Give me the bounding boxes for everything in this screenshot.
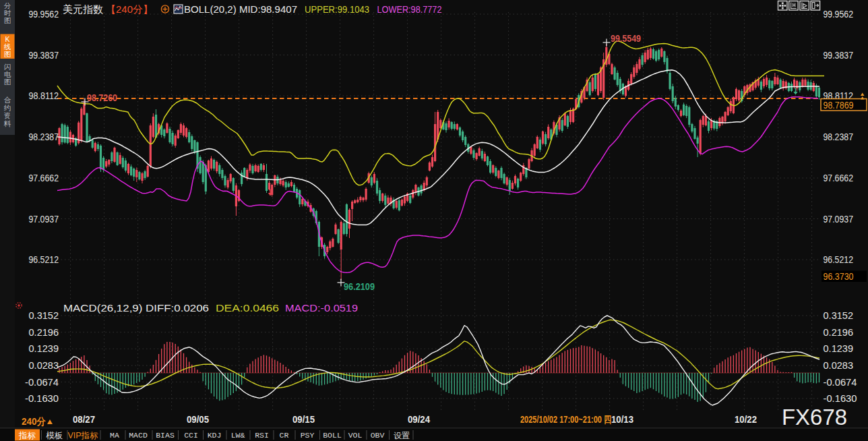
svg-text:0.1239: 0.1239 [824,343,854,354]
svg-text:99.5549: 99.5549 [611,33,641,44]
svg-text:CR: CR [280,431,289,440]
svg-text:VIP指标: VIP指标 [67,431,98,440]
svg-text:0.3152: 0.3152 [824,310,854,321]
svg-text:MACD: MACD [129,431,148,440]
svg-text:DEA:0.0466: DEA:0.0466 [216,302,279,314]
svg-text:合: 合 [4,96,11,104]
svg-text:96.3730: 96.3730 [824,270,854,282]
svg-text:资: 资 [4,111,11,119]
svg-text:10/22: 10/22 [735,414,757,425]
svg-text:99.3837: 99.3837 [29,49,59,61]
svg-text:UPPER:99.1043: UPPER:99.1043 [305,3,369,15]
svg-text:MA: MA [110,431,119,440]
svg-text:【240分】: 【240分】 [106,3,153,15]
svg-text:97.0937: 97.0937 [29,213,59,225]
svg-text:LOWER:98.7772: LOWER:98.7772 [377,3,442,15]
svg-text:0.1239: 0.1239 [29,343,59,354]
svg-text:图: 图 [4,78,11,86]
svg-text:240分: 240分 [22,416,46,427]
svg-text:图: 图 [4,50,11,58]
svg-text:09/05: 09/05 [187,414,209,425]
svg-text:08/27: 08/27 [73,414,95,425]
svg-text:FX678: FX678 [782,405,847,430]
svg-text:0.0283: 0.0283 [29,359,59,371]
svg-text:图: 图 [4,16,11,24]
svg-text:指标: 指标 [18,431,36,440]
svg-text:MACD(26,12,9) DIFF:0.0206: MACD(26,12,9) DIFF:0.0206 [63,302,209,314]
svg-text:设置: 设置 [394,431,410,440]
svg-text:KDJ: KDJ [208,431,222,440]
svg-text:99.9562: 99.9562 [29,8,59,20]
svg-text:0.0283: 0.0283 [824,359,854,371]
svg-text:料: 料 [4,119,11,127]
svg-text:96.5212: 96.5212 [29,254,59,265]
svg-text:97.6662: 97.6662 [29,172,59,183]
svg-text:98.7869: 98.7869 [824,99,854,111]
svg-text:98.2387: 98.2387 [29,131,59,142]
svg-text:09/15: 09/15 [292,414,315,425]
svg-text:MACD:-0.0519: MACD:-0.0519 [285,302,358,314]
svg-text:BIAS: BIAS [156,431,175,440]
svg-text:98.8112: 98.8112 [29,90,59,101]
svg-text:97.0937: 97.0937 [824,213,854,225]
svg-text:98.2387: 98.2387 [824,131,854,142]
svg-text:0.3152: 0.3152 [29,310,59,321]
svg-text:98.7260: 98.7260 [87,92,117,103]
svg-text:BOLL: BOLL [323,431,342,440]
svg-text:-0.1630: -0.1630 [25,392,59,404]
svg-text:LW&: LW& [231,431,245,440]
svg-text:10/13: 10/13 [611,414,633,425]
svg-text:96.2109: 96.2109 [344,281,375,292]
svg-text:PSY: PSY [301,431,315,440]
svg-text:0.2196: 0.2196 [824,326,854,338]
svg-text:美元指数: 美元指数 [63,3,103,15]
svg-text:CCI: CCI [184,431,198,440]
svg-text:-0.1630: -0.1630 [824,392,857,404]
svg-text:-0.0674: -0.0674 [25,376,59,388]
svg-text:VOL: VOL [348,431,363,440]
svg-text:-0.0674: -0.0674 [824,376,857,388]
svg-text:99.9562: 99.9562 [824,8,854,20]
svg-text:RSI: RSI [255,431,269,440]
svg-text:99.3837: 99.3837 [824,49,854,61]
svg-text:BOLL(20,2) MID:98.9407: BOLL(20,2) MID:98.9407 [184,3,297,15]
svg-text:97.6662: 97.6662 [824,172,854,183]
svg-text:2025/10/02 17:00~21:00 四: 2025/10/02 17:00~21:00 四 [520,414,611,425]
svg-text:约: 约 [4,104,11,112]
svg-text:模板: 模板 [46,431,63,440]
svg-text:0.2196: 0.2196 [29,326,59,338]
svg-text:96.5212: 96.5212 [824,254,854,265]
svg-text:OBV: OBV [371,431,385,440]
svg-text:09/24: 09/24 [408,414,430,425]
